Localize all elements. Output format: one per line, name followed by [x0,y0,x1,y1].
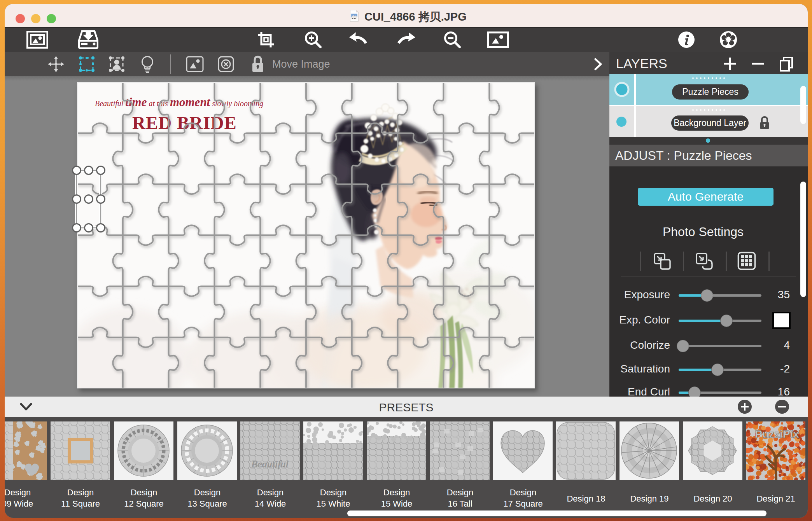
svg-text:PuzziPix: PuzziPix [755,428,799,440]
svg-text:Beautiful: Beautiful [251,458,288,470]
